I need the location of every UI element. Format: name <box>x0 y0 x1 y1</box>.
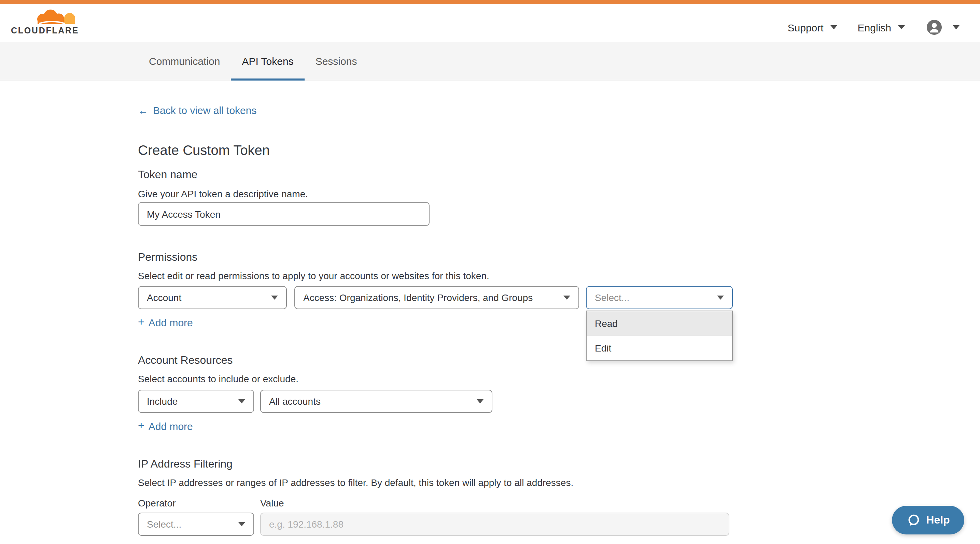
tab-label: Communication <box>149 55 220 67</box>
permissions-description: Select edit or read permissions to apply… <box>138 270 489 281</box>
permission-scope-select[interactable]: Access: Organizations, Identity Provider… <box>294 286 579 309</box>
support-menu-label: Support <box>788 22 824 33</box>
resource-accounts-select[interactable]: All accounts <box>260 390 492 413</box>
permissions-heading: Permissions <box>138 251 197 263</box>
chevron-down-icon <box>238 399 245 403</box>
tab-sessions[interactable]: Sessions <box>305 42 368 80</box>
help-button-label: Help <box>926 514 950 526</box>
tabs: Communication API Tokens Sessions <box>138 42 980 80</box>
chevron-down-icon <box>271 295 278 300</box>
cloudflare-cloud-icon <box>34 9 78 25</box>
resource-mode-select[interactable]: Include <box>138 390 254 413</box>
permission-level-menu: Read Edit <box>586 311 733 361</box>
chevron-down-icon <box>717 295 724 300</box>
menu-option-read[interactable]: Read <box>587 311 732 336</box>
permission-type-value: Account <box>147 292 181 303</box>
top-accent-bar <box>0 0 980 4</box>
add-more-label: Add more <box>148 420 193 432</box>
tab-api-tokens[interactable]: API Tokens <box>231 42 304 80</box>
ip-operator-placeholder: Select... <box>147 519 181 530</box>
menu-option-edit[interactable]: Edit <box>587 336 732 360</box>
token-name-heading: Token name <box>138 168 197 181</box>
user-avatar-icon <box>925 18 943 36</box>
add-more-label: Add more <box>148 316 193 328</box>
add-more-resources-link[interactable]: + Add more <box>138 420 193 432</box>
token-name-description: Give your API token a descriptive name. <box>138 189 308 199</box>
page-title: Create Custom Token <box>138 143 270 159</box>
chevron-down-icon <box>238 522 245 526</box>
resource-mode-value: Include <box>147 396 178 407</box>
cloudflare-logo-text: CLOUDFLARE <box>11 26 79 35</box>
plus-icon: + <box>138 420 145 432</box>
support-menu[interactable]: Support <box>788 22 837 33</box>
ip-value-input[interactable] <box>260 512 729 536</box>
ip-filtering-description: Select IP addresses or ranges of IP addr… <box>138 477 573 488</box>
chevron-down-icon <box>830 25 837 29</box>
ip-filtering-heading: IP Address Filtering <box>138 458 232 470</box>
back-link[interactable]: ← Back to view all tokens <box>138 105 257 116</box>
language-menu[interactable]: English <box>858 22 905 33</box>
chevron-down-icon <box>898 25 905 29</box>
tab-label: API Tokens <box>242 55 293 67</box>
header-right: Support English <box>788 8 960 46</box>
page: CLOUDFLARE Support English Com <box>0 0 980 544</box>
permission-level-select[interactable]: Select... <box>586 286 733 309</box>
permission-level-placeholder: Select... <box>595 292 629 303</box>
tab-bar: Communication API Tokens Sessions <box>0 42 980 81</box>
back-link-label: Back to view all tokens <box>153 105 257 116</box>
plus-icon: + <box>138 316 145 328</box>
account-resources-heading: Account Resources <box>138 354 232 366</box>
chevron-down-icon <box>563 295 570 300</box>
chevron-down-icon <box>477 399 484 403</box>
operator-label: Operator <box>138 498 176 509</box>
chevron-down-icon <box>953 25 959 29</box>
help-button[interactable]: Help <box>892 506 964 534</box>
resource-accounts-value: All accounts <box>269 396 321 407</box>
ip-operator-select[interactable]: Select... <box>138 512 254 536</box>
cloudflare-logo[interactable]: CLOUDFLARE <box>11 9 79 35</box>
header: CLOUDFLARE Support English <box>0 4 980 42</box>
account-menu[interactable] <box>925 18 959 36</box>
account-resources-description: Select accounts to include or exclude. <box>138 373 298 384</box>
tab-communication[interactable]: Communication <box>138 42 231 80</box>
chat-bubble-icon <box>906 513 921 527</box>
language-menu-label: English <box>858 22 891 33</box>
tab-label: Sessions <box>315 55 357 67</box>
permission-type-select[interactable]: Account <box>138 286 287 309</box>
token-name-input[interactable] <box>138 202 430 226</box>
permission-scope-value: Access: Organizations, Identity Provider… <box>303 292 533 303</box>
add-more-permissions-link[interactable]: + Add more <box>138 316 193 328</box>
value-label: Value <box>260 498 284 509</box>
back-arrow-icon: ← <box>138 105 148 116</box>
